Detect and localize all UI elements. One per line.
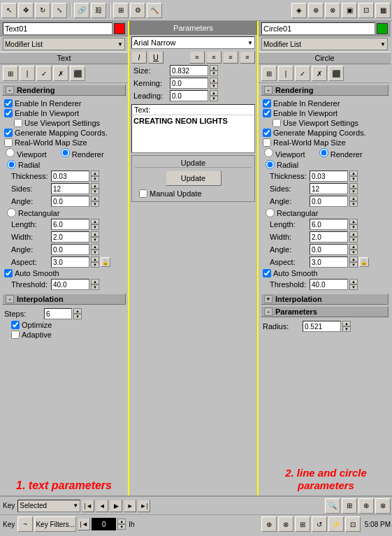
- right-thickness-input[interactable]: [310, 171, 348, 182]
- transport2-start[interactable]: |◄: [78, 518, 90, 530]
- right-aspect-lock[interactable]: 🔒: [359, 257, 369, 267]
- right-angle-input[interactable]: [310, 196, 348, 207]
- left-sub-btn3[interactable]: ✓: [36, 66, 52, 81]
- toolbar-r5[interactable]: ⊡: [358, 3, 374, 18]
- right-params-minus[interactable]: -: [264, 307, 273, 316]
- leading-input[interactable]: [170, 90, 208, 101]
- key-filters-btn[interactable]: Key Filters...: [34, 516, 76, 532]
- left-aspect-spin[interactable]: ▲▼: [91, 256, 99, 268]
- size-spin[interactable]: ▲▼: [210, 65, 218, 76]
- left-angle-spin[interactable]: ▲▼: [91, 196, 99, 207]
- left-sub-btn4[interactable]: ✗: [53, 66, 68, 81]
- left-adaptive-cb[interactable]: [11, 331, 20, 339]
- toolbar-r4[interactable]: ▣: [342, 3, 357, 18]
- left-aspect-input[interactable]: [51, 256, 89, 268]
- toolbar-rotate[interactable]: ↻: [35, 3, 50, 18]
- right-params-header[interactable]: - Parameters: [261, 306, 389, 317]
- size-input[interactable]: [170, 65, 208, 76]
- left-rendering-header[interactable]: - Rendering: [2, 85, 126, 96]
- left-optimize-cb[interactable]: [11, 321, 20, 329]
- align-center-btn[interactable]: ≡: [206, 51, 222, 64]
- left-width-spin[interactable]: ▲▼: [91, 231, 99, 242]
- right-angle2-input[interactable]: [310, 244, 348, 255]
- right-interp-header[interactable]: + Interpolation: [261, 294, 389, 305]
- bottom-tools-3[interactable]: ⊞: [295, 516, 310, 532]
- left-auto-smooth-cb[interactable]: [4, 269, 13, 277]
- left-sides-spin[interactable]: ▲▼: [91, 183, 99, 194]
- left-radial-radio[interactable]: [7, 160, 16, 169]
- right-sub-btn1[interactable]: ⊞: [261, 66, 277, 81]
- toolbar-hammer[interactable]: 🔨: [147, 3, 162, 18]
- align-right-btn[interactable]: ≡: [223, 51, 238, 64]
- right-threshold-input[interactable]: [310, 279, 348, 290]
- tools-3[interactable]: ⊕: [358, 498, 374, 514]
- right-angle2-spin[interactable]: ▲▼: [349, 244, 358, 255]
- left-aspect-lock[interactable]: 🔒: [101, 257, 110, 267]
- toolbar-r3[interactable]: ⊗: [325, 3, 340, 18]
- right-radius-spin[interactable]: ▲▼: [342, 321, 351, 332]
- wave-btn[interactable]: ~: [17, 516, 33, 532]
- leading-spin[interactable]: ▲▼: [210, 90, 218, 101]
- bottom-tools-1[interactable]: ⊕: [261, 516, 277, 532]
- transport-start[interactable]: |◄: [82, 500, 94, 512]
- right-thickness-spin[interactable]: ▲▼: [349, 171, 358, 182]
- left-sub-btn1[interactable]: ⊞: [3, 66, 18, 81]
- right-interp-plus[interactable]: +: [264, 295, 273, 303]
- left-rect-radio[interactable]: [7, 208, 16, 217]
- right-rect-radio[interactable]: [266, 208, 275, 217]
- bottom-tools-2[interactable]: ⊗: [278, 516, 293, 532]
- transport-prev[interactable]: ◄: [96, 500, 108, 512]
- left-interp-header[interactable]: - Interpolation: [2, 294, 126, 305]
- left-length-spin[interactable]: ▲▼: [91, 219, 99, 230]
- right-aspect-spin[interactable]: ▲▼: [349, 256, 358, 268]
- left-gen-mapping-cb[interactable]: [4, 129, 13, 137]
- right-width-input[interactable]: [310, 231, 348, 242]
- right-sides-spin[interactable]: ▲▼: [349, 183, 358, 194]
- right-sub-btn2[interactable]: |: [278, 66, 293, 81]
- manual-update-cb[interactable]: [139, 189, 147, 198]
- right-length-spin[interactable]: ▲▼: [349, 219, 358, 230]
- align-justify-btn[interactable]: ≡: [240, 51, 255, 64]
- toolbar-settings[interactable]: ⚙: [130, 3, 145, 18]
- right-threshold-spin[interactable]: ▲▼: [349, 279, 358, 290]
- toolbar-scale[interactable]: ⤡: [52, 3, 67, 18]
- transport-end[interactable]: ►|: [138, 500, 150, 512]
- toolbar-link[interactable]: 🔗: [74, 3, 89, 18]
- right-sub-btn4[interactable]: ✗: [312, 66, 327, 81]
- transport-next[interactable]: ►: [124, 500, 136, 512]
- left-real-world-cb[interactable]: [4, 138, 13, 147]
- tools-2[interactable]: ⊞: [342, 498, 357, 514]
- bottom-tools-4[interactable]: ↺: [312, 516, 327, 532]
- tools-4[interactable]: ⊗: [375, 498, 391, 514]
- bottom-tools-5[interactable]: ⚡: [328, 516, 344, 532]
- left-angle2-input[interactable]: [51, 244, 89, 255]
- left-width-input[interactable]: [51, 231, 89, 242]
- left-use-viewport-cb[interactable]: [14, 119, 22, 127]
- right-radial-radio[interactable]: [266, 160, 275, 169]
- italic-btn[interactable]: I: [131, 51, 147, 64]
- right-rendering-header[interactable]: - Rendering: [261, 85, 389, 96]
- left-threshold-spin[interactable]: ▲▼: [91, 279, 99, 290]
- right-real-world-cb[interactable]: [263, 138, 271, 147]
- left-thickness-spin[interactable]: ▲▼: [91, 171, 99, 182]
- right-sub-btn5[interactable]: ⬛: [328, 66, 344, 81]
- left-angle-input[interactable]: [51, 196, 89, 207]
- right-object-name[interactable]: [261, 22, 375, 35]
- transport-play[interactable]: ▶: [110, 500, 122, 512]
- time-input[interactable]: [92, 518, 116, 530]
- right-sub-btn3[interactable]: ✓: [295, 66, 310, 81]
- left-angle2-spin[interactable]: ▲▼: [91, 244, 99, 255]
- bottom-tools-6[interactable]: ⊡: [345, 516, 361, 532]
- left-modifier-dropdown[interactable]: Modifier List ▼: [3, 38, 125, 50]
- right-enable-viewport-cb[interactable]: [263, 109, 271, 117]
- right-sides-input[interactable]: [310, 183, 348, 194]
- left-threshold-input[interactable]: [51, 279, 89, 290]
- toolbar-arrow[interactable]: ↖: [1, 3, 17, 18]
- right-use-viewport-cb[interactable]: [273, 119, 281, 127]
- middle-font-dropdown[interactable]: Arial Narrow ▼: [131, 36, 255, 49]
- right-gen-mapping-cb[interactable]: [263, 129, 271, 137]
- left-sub-btn2[interactable]: |: [20, 66, 35, 81]
- right-enable-renderer-cb[interactable]: [263, 99, 271, 108]
- left-object-name[interactable]: [3, 22, 112, 35]
- right-aspect-input[interactable]: [310, 256, 348, 268]
